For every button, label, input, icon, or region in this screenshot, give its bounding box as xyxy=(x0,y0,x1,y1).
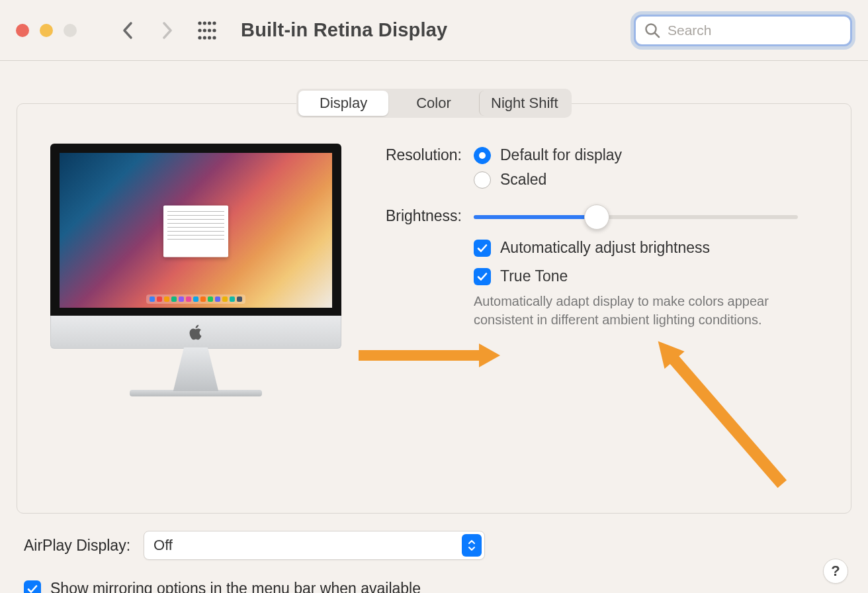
tab-bar: Display Color Night Shift xyxy=(296,89,572,118)
radio-icon xyxy=(474,147,491,164)
forward-button[interactable] xyxy=(153,17,180,44)
checkbox-icon xyxy=(474,240,491,257)
apple-logo-icon xyxy=(189,324,203,341)
svg-point-7 xyxy=(212,28,216,32)
search-icon xyxy=(644,22,661,39)
close-window-button[interactable] xyxy=(16,24,29,37)
window-controls xyxy=(16,24,77,37)
checkbox-icon xyxy=(24,580,41,594)
checkbox-icon xyxy=(474,268,491,285)
help-button[interactable]: ? xyxy=(823,559,848,584)
footer: AirPlay Display: Off Show mirroring opti… xyxy=(0,514,868,593)
mirroring-checkbox[interactable]: Show mirroring options in the menu bar w… xyxy=(24,580,844,593)
zoom-window-button[interactable] xyxy=(64,24,77,37)
true-tone-checkbox[interactable]: True Tone xyxy=(474,267,818,285)
svg-point-6 xyxy=(208,28,211,32)
settings-form: Resolution: Default for display Scaled B… xyxy=(368,144,818,396)
resolution-label: Resolution: xyxy=(368,146,474,195)
auto-brightness-checkbox[interactable]: Automatically adjust brightness xyxy=(474,239,818,257)
brightness-slider[interactable] xyxy=(474,207,818,227)
svg-line-13 xyxy=(655,33,659,37)
airplay-value: Off xyxy=(153,537,173,554)
resolution-option-default[interactable]: Default for display xyxy=(474,146,818,164)
svg-point-4 xyxy=(198,28,201,32)
airplay-select[interactable]: Off xyxy=(144,531,485,560)
svg-point-11 xyxy=(212,36,216,39)
chevron-up-down-icon xyxy=(462,534,482,557)
radio-icon xyxy=(474,171,491,189)
svg-point-0 xyxy=(198,21,201,24)
back-button[interactable] xyxy=(115,17,142,44)
tab-night-shift[interactable]: Night Shift xyxy=(479,91,570,116)
settings-panel: Resolution: Default for display Scaled B… xyxy=(17,103,851,514)
search-input[interactable] xyxy=(668,23,842,38)
slider-thumb[interactable] xyxy=(584,205,609,230)
resolution-option-scaled[interactable]: Scaled xyxy=(474,171,818,189)
show-all-icon[interactable] xyxy=(197,21,217,40)
svg-point-9 xyxy=(203,36,206,39)
svg-point-3 xyxy=(212,21,216,24)
tab-color[interactable]: Color xyxy=(388,91,478,116)
svg-point-1 xyxy=(203,21,206,24)
svg-point-5 xyxy=(203,28,206,32)
minimize-window-button[interactable] xyxy=(40,24,53,37)
true-tone-description: Automatically adapt display to make colo… xyxy=(474,292,778,329)
brightness-label: Brightness: xyxy=(368,207,474,227)
svg-point-8 xyxy=(198,36,201,39)
page-title: Built-in Retina Display xyxy=(241,19,622,41)
tab-display[interactable]: Display xyxy=(298,91,388,116)
toolbar: Built-in Retina Display xyxy=(0,0,868,61)
display-preview xyxy=(50,144,341,396)
search-field[interactable] xyxy=(634,15,852,46)
airplay-label: AirPlay Display: xyxy=(24,537,130,555)
svg-point-10 xyxy=(208,36,211,39)
svg-point-2 xyxy=(208,21,211,24)
